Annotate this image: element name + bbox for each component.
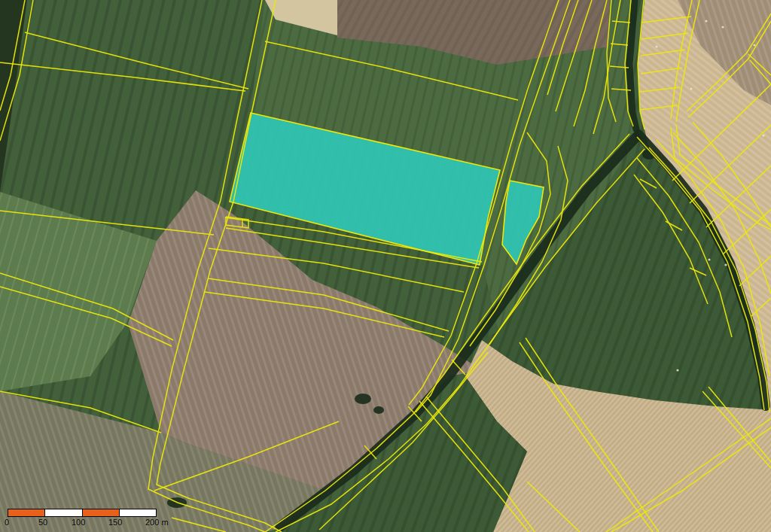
- hay-bale-speck: [655, 45, 657, 47]
- aerial-cadastral-map: [0, 0, 771, 532]
- hay-bale-speck: [721, 26, 724, 28]
- hay-bale-speck: [705, 20, 707, 22]
- hay-bale-speck: [753, 44, 755, 46]
- hay-bale-speck: [708, 258, 710, 260]
- hay-bale-speck: [676, 369, 678, 371]
- map-viewport[interactable]: 0 50 100 150 200 m: [0, 0, 771, 532]
- hay-bale-speck: [690, 87, 692, 90]
- tree-blob: [355, 394, 371, 404]
- hay-bale-speck: [724, 263, 727, 266]
- hay-bale-speck: [762, 134, 764, 136]
- tree-blob: [373, 406, 384, 414]
